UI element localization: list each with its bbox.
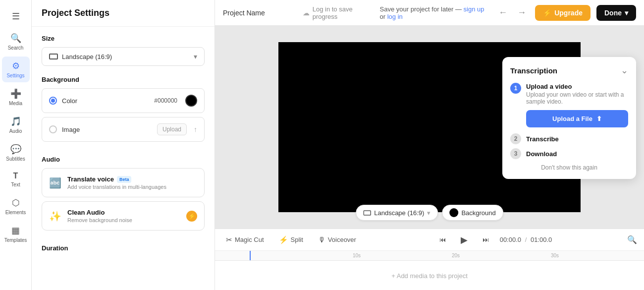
fast-forward-button[interactable]: ⏭	[479, 234, 493, 245]
upgrade-button[interactable]: ⚡ Upgrade	[535, 5, 590, 21]
duration-label: Duration	[42, 244, 205, 252]
popup-title: Transcription	[510, 66, 557, 75]
done-chevron-icon: ▾	[625, 9, 628, 17]
sidebar-item-settings[interactable]: ⚙ Settings	[2, 57, 30, 82]
landscape-tag-label: Landscape (16:9)	[374, 209, 424, 217]
time-display: 00:00.0 / 01:00.0	[500, 236, 552, 243]
landscape-tag-icon	[363, 210, 371, 216]
size-value: Landscape (16:9)	[62, 53, 112, 60]
translate-title: Translate voice	[67, 175, 114, 183]
zoom-icon[interactable]: 🔍	[627, 235, 637, 244]
dont-show-again[interactable]: Don't show this again	[510, 164, 628, 171]
project-name-input[interactable]	[223, 9, 297, 17]
timeline-cursor	[250, 251, 251, 260]
upload-file-button[interactable]: Upload a File ⬆	[526, 110, 628, 127]
sidebar-item-text[interactable]: T Text	[2, 168, 30, 191]
color-hex-value: #000000	[154, 97, 177, 104]
add-media-area[interactable]: + Add media to this project	[215, 261, 644, 290]
log-in-link[interactable]: log in	[387, 13, 403, 20]
audio-section: Audio 🔤 Translate voice Beta Add voice t…	[42, 156, 205, 234]
undo-button[interactable]: ←	[495, 5, 510, 20]
done-label: Done	[604, 9, 622, 17]
voiceover-button[interactable]: 🎙 Voiceover	[314, 233, 360, 246]
menu-icon[interactable]: ☰	[7, 6, 25, 27]
background-color-dot	[449, 208, 458, 217]
background-tag[interactable]: Background	[442, 205, 503, 221]
upload-file-label: Upload a File	[552, 115, 592, 122]
settings-panel: Project Settings Size Landscape (16:9) ▾…	[32, 0, 215, 290]
main-area: ☁ Log in to save progress Save your proj…	[215, 0, 644, 290]
rewind-button[interactable]: ⏮	[435, 234, 450, 245]
sidebar: ☰ 🔍 Search ⚙ Settings ➕ Media 🎵 Audio 💬 …	[0, 0, 32, 290]
translate-desc: Add voice translations in multi-language…	[67, 184, 197, 190]
landscape-chevron-icon: ▾	[427, 209, 430, 217]
step-3-num: 3	[510, 148, 521, 159]
transcription-popup: Transcription ⌄ 1 Upload a video Upload …	[502, 57, 636, 179]
chevron-down-icon: ▾	[194, 53, 197, 60]
top-bar: ☁ Log in to save progress Save your proj…	[215, 0, 644, 26]
time-separator: /	[525, 236, 527, 243]
translate-voice-card[interactable]: 🔤 Translate voice Beta Add voice transla…	[42, 168, 205, 197]
sidebar-item-label: Audio	[9, 128, 22, 134]
background-section: Background Color #000000 Image Upload ↑	[42, 76, 205, 146]
upgrade-label: Upgrade	[554, 9, 583, 17]
translate-icon: 🔤	[49, 177, 61, 189]
ruler-marker-10s: 10s	[353, 253, 361, 258]
sidebar-item-templates[interactable]: ▦ Templates	[2, 221, 30, 247]
timeline-bar: ✂ Magic Cut ⚡ Split 🎙 Voiceover ⏮ ▶ ⏭ 00…	[215, 229, 644, 250]
sidebar-item-search[interactable]: 🔍 Search	[2, 29, 30, 55]
upload-file-icon: ⬆	[596, 115, 602, 122]
color-radio[interactable]	[49, 97, 57, 105]
templates-icon: ▦	[11, 225, 20, 236]
sidebar-item-label: Settings	[6, 73, 24, 78]
timeline-track: 10s 20s 30s 40s 1m + Add media to this p…	[215, 250, 644, 290]
sidebar-item-label: Text	[11, 182, 20, 187]
color-option[interactable]: Color #000000	[42, 88, 205, 113]
elements-icon: ⬡	[12, 197, 20, 208]
size-dropdown[interactable]: Landscape (16:9) ▾	[42, 47, 205, 66]
popup-close-button[interactable]: ⌄	[621, 65, 628, 76]
size-section: Size Landscape (16:9) ▾	[42, 35, 205, 66]
done-button[interactable]: Done ▾	[596, 5, 636, 21]
sidebar-item-label: Elements	[5, 210, 26, 215]
premium-badge: ⚡	[186, 211, 197, 222]
beta-badge: Beta	[117, 176, 132, 183]
image-option[interactable]: Image Upload ↑	[42, 117, 205, 142]
search-icon: 🔍	[10, 33, 21, 44]
add-media-label: + Add media to this project	[391, 272, 468, 280]
landscape-icon	[49, 54, 58, 59]
sidebar-item-label: Media	[9, 101, 22, 106]
ruler-marker-30s: 30s	[551, 253, 559, 258]
ruler-marker-20s: 20s	[452, 253, 460, 258]
sidebar-item-media[interactable]: ➕ Media	[2, 84, 30, 110]
transcription-step-3: 3 Download	[510, 148, 628, 159]
sidebar-item-audio[interactable]: 🎵 Audio	[2, 112, 30, 138]
duration-section: Duration	[42, 244, 205, 257]
redo-button[interactable]: →	[514, 5, 529, 20]
timeline-ruler: 10s 20s 30s 40s 1m	[215, 251, 644, 261]
magic-cut-label: Magic Cut	[235, 236, 264, 243]
upload-button[interactable]: Upload	[157, 123, 187, 135]
color-swatch[interactable]	[185, 95, 197, 107]
step-1-num: 1	[510, 83, 521, 94]
clean-audio-card[interactable]: ✨ Clean Audio Remove background noise ⚡	[42, 201, 205, 231]
sidebar-item-elements[interactable]: ⬡ Elements	[2, 193, 30, 219]
background-label: Background	[42, 76, 205, 83]
landscape-tag[interactable]: Landscape (16:9) ▾	[356, 205, 438, 221]
play-button[interactable]: ▶	[457, 232, 472, 247]
sidebar-item-subtitles[interactable]: 💬 Subtitles	[2, 140, 30, 166]
step-1-desc: Upload your own video or start with a sa…	[526, 91, 628, 105]
svg-rect-0	[364, 211, 371, 215]
text-icon: T	[13, 172, 18, 180]
audio-label: Audio	[42, 156, 205, 163]
split-button[interactable]: ⚡ Split	[275, 233, 307, 246]
magic-cut-button[interactable]: ✂ Magic Cut	[222, 233, 268, 246]
split-label: Split	[291, 236, 303, 243]
sign-up-link[interactable]: sign up	[464, 5, 484, 13]
time-current: 00:00.0	[500, 236, 521, 243]
subtitles-icon: 💬	[10, 144, 21, 155]
step-3-title: Download	[526, 150, 557, 158]
time-total: 01:00.0	[531, 236, 552, 243]
voiceover-icon: 🎙	[318, 235, 325, 244]
image-radio[interactable]	[49, 125, 57, 133]
